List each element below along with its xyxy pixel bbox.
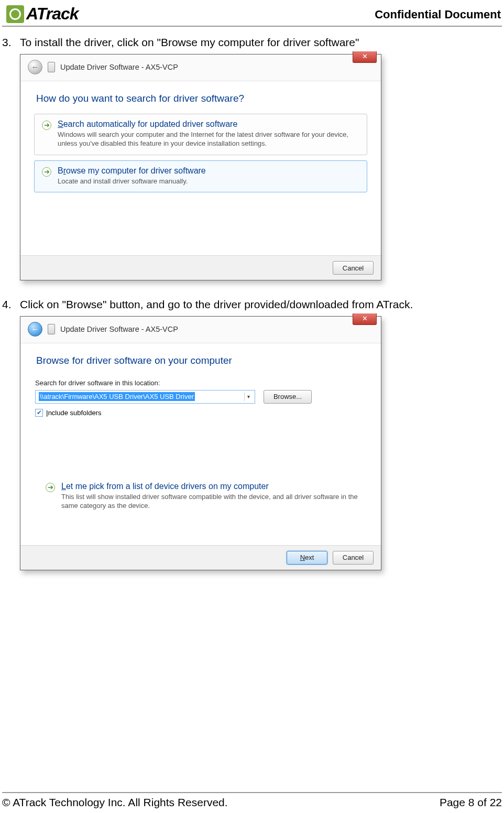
- dialog2-title: Update Driver Software - AX5-VCP: [60, 325, 178, 333]
- dialog1-title: Update Driver Software - AX5-VCP: [60, 63, 178, 71]
- step-4-text: Click on "Browse" button, and go to the …: [20, 296, 502, 313]
- dialog1-titlebar: ← Update Driver Software - AX5-VCP: [20, 55, 381, 81]
- option-let-me-pick[interactable]: ➔ Let me pick from a list of device driv…: [46, 480, 366, 514]
- option-browse-my-computer[interactable]: ➔ Browse my computer for driver software…: [34, 160, 367, 193]
- back-icon[interactable]: ←: [28, 60, 42, 74]
- close-icon[interactable]: ✕: [353, 313, 377, 325]
- arrow-icon: ➔: [42, 121, 51, 130]
- confidential-label: Confidential Document: [375, 8, 502, 24]
- arrow-icon: ➔: [42, 167, 51, 177]
- location-combobox[interactable]: \\atrack\Firmware\AX5 USB Driver\AX5 USB…: [35, 390, 255, 404]
- option-pick-desc: This list will show installed driver sof…: [61, 492, 362, 511]
- search-location-label: Search for driver software in this locat…: [35, 379, 368, 387]
- step-3-number: 3.: [2, 34, 20, 51]
- location-value: \\atrack\Firmware\AX5 USB Driver\AX5 USB…: [39, 392, 195, 401]
- dialog1-heading: How do you want to search for driver sof…: [33, 81, 368, 114]
- logo: ATrack: [2, 4, 79, 24]
- include-subfolders-checkbox[interactable]: ✔: [35, 409, 43, 417]
- dialog-search-method: ✕ ← Update Driver Software - AX5-VCP How…: [20, 54, 381, 281]
- next-button[interactable]: Next: [287, 551, 327, 565]
- option2-title: Browse my computer for driver software: [58, 166, 206, 176]
- chevron-down-icon[interactable]: ▾: [244, 393, 253, 401]
- include-subfolders-label: Include subfolders: [46, 409, 102, 417]
- drive-icon: [48, 62, 55, 72]
- cancel-button[interactable]: Cancel: [333, 551, 374, 565]
- arrow-icon: ➔: [46, 483, 55, 492]
- copyright: © ATrack Technology Inc. All Rights Rese…: [2, 796, 228, 809]
- browse-button[interactable]: Browse...: [264, 390, 312, 404]
- page-number: Page 8 of 22: [440, 796, 502, 809]
- dialog-browse-location: ✕ ← Update Driver Software - AX5-VCP Bro…: [20, 316, 381, 570]
- close-icon[interactable]: ✕: [353, 51, 377, 63]
- dialog2-titlebar: ← Update Driver Software - AX5-VCP: [20, 317, 381, 343]
- option-pick-title: Let me pick from a list of device driver…: [61, 482, 362, 491]
- step-4: 4. Click on "Browse" button, and go to t…: [2, 296, 502, 313]
- step-4-number: 4.: [2, 296, 20, 313]
- dialog2-footer: Next Cancel: [20, 545, 381, 570]
- logo-text: ATrack: [26, 4, 79, 24]
- option-search-automatically[interactable]: ➔ Search automatically for updated drive…: [34, 114, 367, 155]
- option2-desc: Locate and install driver software manua…: [58, 177, 206, 186]
- option1-desc: Windows will search your computer and th…: [58, 130, 359, 148]
- step-3: 3. To install the driver, click on "Brow…: [2, 34, 502, 51]
- logo-icon: [6, 5, 24, 23]
- back-icon[interactable]: ←: [28, 322, 42, 337]
- include-subfolders-row[interactable]: ✔ Include subfolders: [35, 409, 366, 417]
- page-header: ATrack Confidential Document: [2, 0, 502, 27]
- cancel-button[interactable]: Cancel: [333, 261, 374, 275]
- dialog1-footer: Cancel: [20, 255, 381, 280]
- option1-title: Search automatically for updated driver …: [58, 120, 359, 129]
- content: 3. To install the driver, click on "Brow…: [0, 27, 504, 570]
- page-footer: © ATrack Technology Inc. All Rights Rese…: [2, 792, 502, 809]
- dialog2-heading: Browse for driver software on your compu…: [33, 343, 368, 376]
- drive-icon: [48, 324, 55, 334]
- step-3-text: To install the driver, click on "Browse …: [20, 34, 502, 51]
